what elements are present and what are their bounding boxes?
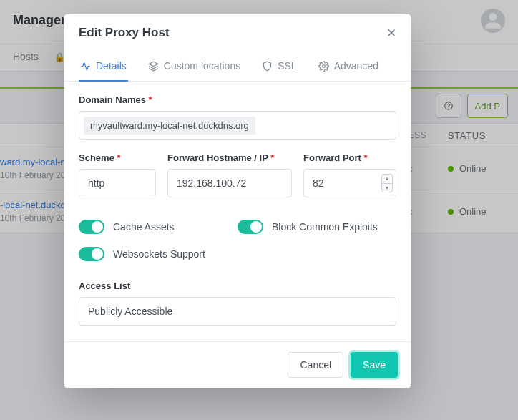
- chevron-down-icon[interactable]: ▼: [382, 184, 392, 192]
- domain-tag[interactable]: myvaultward.my-local-net.duckdns.org: [84, 117, 255, 135]
- access-label: Access List: [79, 280, 396, 291]
- cache-toggle-row: Cache Assets: [79, 213, 238, 240]
- modal-title: Edit Proxy Host: [79, 26, 170, 40]
- layers-icon: [148, 61, 159, 72]
- block-label: Block Common Exploits: [272, 221, 378, 233]
- save-button[interactable]: Save: [351, 352, 398, 378]
- cache-label: Cache Assets: [113, 221, 175, 233]
- ws-label: Websockets Support: [113, 248, 205, 260]
- tab-details-label: Details: [96, 60, 127, 72]
- port-stepper[interactable]: ▲ ▼: [381, 174, 393, 192]
- svg-marker-2: [149, 62, 158, 66]
- port-label-text: Forward Port: [303, 152, 361, 163]
- domain-label-text: Domain Names: [79, 94, 146, 105]
- hostname-label: Forward Hostname / IP *: [167, 152, 292, 163]
- close-icon[interactable]: ✕: [386, 27, 396, 39]
- tab-custom-label: Custom locations: [164, 60, 240, 72]
- tab-ssl-label: SSL: [278, 60, 296, 72]
- block-toggle-row: Block Common Exploits: [238, 213, 396, 240]
- domain-label: Domain Names *: [79, 94, 396, 105]
- hostname-label-text: Forward Hostname / IP: [167, 152, 268, 163]
- tab-advanced[interactable]: Advanced: [317, 52, 380, 82]
- shield-icon: [262, 61, 273, 72]
- scheme-label: Scheme *: [79, 152, 156, 163]
- chevron-up-icon[interactable]: ▲: [382, 175, 392, 184]
- ws-toggle-row: Websockets Support: [79, 240, 396, 268]
- tab-advanced-label: Advanced: [334, 60, 378, 72]
- tab-ssl[interactable]: SSL: [260, 52, 298, 82]
- block-exploits-toggle[interactable]: [238, 220, 263, 234]
- details-icon: [80, 61, 91, 72]
- svg-point-3: [322, 64, 325, 67]
- modal-footer: Cancel Save: [64, 341, 411, 388]
- modal: Edit Proxy Host ✕ Details Custom locatio…: [64, 14, 411, 388]
- tab-custom-locations[interactable]: Custom locations: [147, 52, 242, 82]
- cancel-button[interactable]: Cancel: [288, 352, 343, 378]
- scheme-label-text: Scheme: [79, 152, 114, 163]
- scheme-input[interactable]: [79, 169, 156, 197]
- websockets-toggle[interactable]: [79, 247, 104, 261]
- domain-input[interactable]: myvaultward.my-local-net.duckdns.org: [79, 111, 396, 140]
- modal-header: Edit Proxy Host ✕: [64, 14, 411, 52]
- cache-toggle[interactable]: [79, 220, 104, 234]
- modal-tabs: Details Custom locations SSL Advanced: [64, 52, 411, 82]
- gear-icon: [318, 61, 329, 72]
- hostname-input[interactable]: [167, 169, 292, 197]
- modal-body: Domain Names * myvaultward.my-local-net.…: [64, 82, 411, 341]
- access-select[interactable]: [79, 297, 396, 326]
- tab-details[interactable]: Details: [79, 52, 128, 82]
- port-label: Forward Port *: [303, 152, 396, 163]
